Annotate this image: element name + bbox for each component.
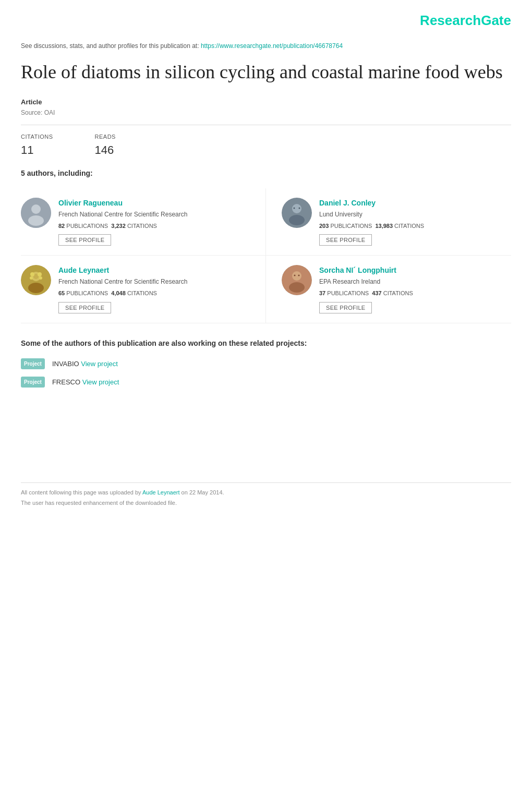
svg-point-12 bbox=[30, 272, 34, 276]
author-card-3: Aude Leynaert French National Centre for… bbox=[21, 256, 266, 323]
publication-url[interactable]: https://www.researchgate.net/publication… bbox=[201, 42, 343, 50]
see-profile-button-2[interactable]: SEE PROFILE bbox=[319, 234, 372, 246]
author-stats-3: 65 PUBLICATIONS 4,048 CITATIONS bbox=[58, 289, 250, 298]
author-avatar-3 bbox=[21, 265, 51, 295]
author-name-3[interactable]: Aude Leynaert bbox=[58, 265, 250, 276]
author-name-1[interactable]: Olivier Ragueneau bbox=[58, 198, 250, 209]
author-info-4: Sorcha NI ́ Longphuirt EPA Research Irel… bbox=[319, 265, 506, 313]
divider-1 bbox=[21, 125, 511, 125]
citations-block: CITATIONS 11 bbox=[21, 132, 53, 159]
reads-label: READS bbox=[95, 132, 116, 141]
reads-block: READS 146 bbox=[95, 132, 116, 159]
see-profile-button-3[interactable]: SEE PROFILE bbox=[58, 302, 111, 313]
svg-point-19 bbox=[294, 275, 296, 276]
svg-point-17 bbox=[292, 271, 301, 281]
svg-point-6 bbox=[294, 207, 295, 209]
related-projects-heading: Some of the authors of this publication … bbox=[21, 338, 511, 349]
svg-point-14 bbox=[30, 276, 33, 280]
footer: All content following this page was uplo… bbox=[21, 482, 511, 510]
author-info-1: Olivier Ragueneau French National Centre… bbox=[58, 198, 250, 246]
author-avatar-2 bbox=[282, 198, 312, 228]
svg-point-2 bbox=[28, 215, 44, 226]
author-card-1: Olivier Ragueneau French National Centre… bbox=[21, 188, 266, 256]
author-card-4: Sorcha NI ́ Longphuirt EPA Research Irel… bbox=[266, 256, 511, 323]
authors-heading: 5 authors, including: bbox=[21, 168, 511, 179]
author-institution-3: French National Centre for Scientific Re… bbox=[58, 277, 250, 286]
author-stats-1: 82 PUBLICATIONS 3,232 CITATIONS bbox=[58, 222, 250, 231]
project-view-link-2[interactable]: View project bbox=[82, 378, 119, 386]
project-item-2: Project FRESCO View project bbox=[21, 377, 511, 388]
svg-point-18 bbox=[289, 282, 305, 293]
person-icon-4 bbox=[282, 265, 312, 295]
svg-point-1 bbox=[31, 204, 41, 214]
project-text-1: INVABIO View project bbox=[52, 359, 118, 369]
article-type-label: Article bbox=[21, 97, 511, 107]
person-icon-1 bbox=[21, 198, 51, 228]
author-info-2: Daniel J. Conley Lund University 203 PUB… bbox=[319, 198, 506, 246]
author-name-2[interactable]: Daniel J. Conley bbox=[319, 198, 506, 209]
footer-uploader-link[interactable]: Aude Leynaert bbox=[142, 489, 180, 495]
svg-point-13 bbox=[38, 272, 42, 276]
citations-value: 11 bbox=[21, 141, 53, 159]
footer-line-2: The user has requested enhancement of th… bbox=[21, 499, 511, 507]
project-badge-1: Project bbox=[21, 358, 45, 369]
see-discussion-line: See discussions, stats, and author profi… bbox=[21, 41, 511, 51]
source-label: Source: OAI bbox=[21, 108, 511, 117]
person-icon-2 bbox=[282, 198, 312, 228]
svg-point-7 bbox=[299, 207, 300, 209]
authors-grid: Olivier Ragueneau French National Centre… bbox=[21, 188, 511, 323]
header-logo: ResearchGate bbox=[21, 10, 511, 31]
publication-title: Role of diatoms in silicon cycling and c… bbox=[21, 60, 511, 84]
svg-point-4 bbox=[292, 204, 301, 213]
footer-line-1: All content following this page was uplo… bbox=[21, 488, 511, 497]
svg-point-10 bbox=[28, 283, 44, 293]
project-text-2: FRESCO View project bbox=[52, 377, 119, 388]
researchgate-logo[interactable]: ResearchGate bbox=[420, 13, 511, 28]
author-avatar-4 bbox=[282, 265, 312, 295]
author-institution-4: EPA Research Ireland bbox=[319, 277, 506, 286]
author-info-3: Aude Leynaert French National Centre for… bbox=[58, 265, 250, 313]
author-stats-4: 37 PUBLICATIONS 437 CITATIONS bbox=[319, 289, 506, 298]
project-view-link-1[interactable]: View project bbox=[81, 360, 118, 368]
reads-value: 146 bbox=[95, 141, 116, 159]
author-institution-1: French National Centre for Scientific Re… bbox=[58, 210, 250, 219]
svg-point-5 bbox=[289, 215, 305, 225]
author-institution-2: Lund University bbox=[319, 210, 506, 219]
author-name-4[interactable]: Sorcha NI ́ Longphuirt bbox=[319, 265, 506, 276]
see-profile-button-1[interactable]: SEE PROFILE bbox=[58, 234, 111, 246]
project-item-1: Project INVABIO View project bbox=[21, 358, 511, 369]
see-profile-button-4[interactable]: SEE PROFILE bbox=[319, 302, 372, 313]
author-card-2: Daniel J. Conley Lund University 203 PUB… bbox=[266, 188, 511, 256]
author-avatar-1 bbox=[21, 198, 51, 228]
citations-label: CITATIONS bbox=[21, 132, 53, 141]
person-icon-3 bbox=[21, 265, 51, 295]
svg-point-15 bbox=[39, 276, 42, 280]
stats-row: CITATIONS 11 READS 146 bbox=[21, 132, 511, 159]
author-stats-2: 203 PUBLICATIONS 13,983 CITATIONS bbox=[319, 222, 506, 231]
project-badge-2: Project bbox=[21, 377, 45, 388]
svg-point-20 bbox=[298, 275, 300, 276]
